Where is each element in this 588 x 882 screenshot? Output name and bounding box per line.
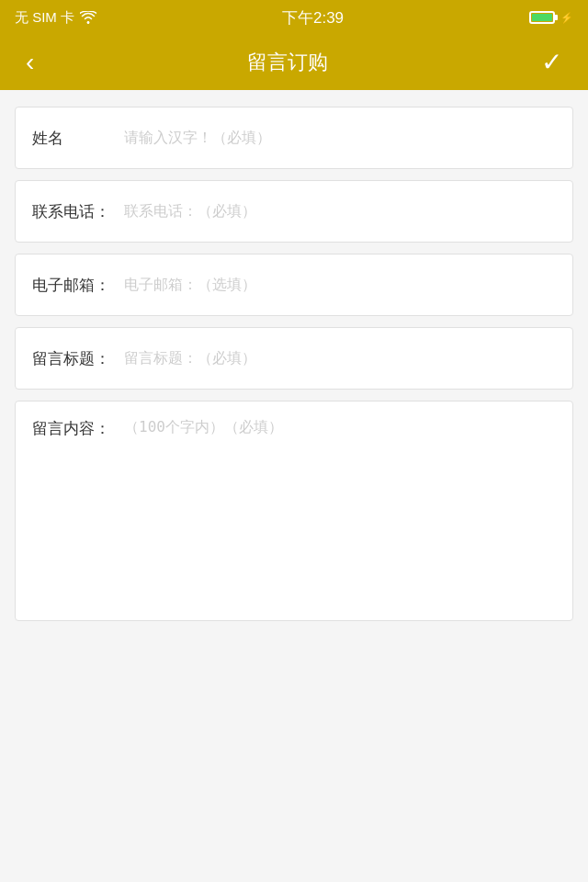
page-title: 留言订购 [247, 49, 328, 76]
content-row: 留言内容： [15, 401, 573, 621]
subject-label: 留言标题： [32, 348, 124, 369]
sim-label: 无 SIM 卡 [15, 9, 74, 27]
email-label: 电子邮箱： [32, 275, 124, 296]
subject-input[interactable] [124, 350, 556, 367]
status-time: 下午2:39 [282, 7, 344, 28]
subject-row: 留言标题： [15, 327, 573, 390]
phone-row: 联系电话： [15, 180, 573, 243]
back-button[interactable]: ‹ [18, 42, 41, 83]
name-label: 姓名 [32, 128, 124, 149]
email-row: 电子邮箱： [15, 254, 573, 316]
form-container: 姓名 联系电话： 电子邮箱： 留言标题： 留言内容： [0, 90, 588, 638]
status-bar: 无 SIM 卡 下午2:39 ⚡ [0, 0, 588, 35]
battery-fill [532, 14, 552, 21]
email-input[interactable] [124, 277, 556, 293]
phone-input[interactable] [124, 203, 556, 220]
nav-bar: ‹ 留言订购 ✓ [0, 35, 588, 90]
name-input[interactable] [124, 130, 556, 146]
confirm-button[interactable]: ✓ [534, 42, 570, 83]
wifi-icon [80, 11, 96, 24]
status-left: 无 SIM 卡 [15, 9, 96, 27]
content-input[interactable] [124, 418, 556, 583]
status-right: ⚡ [529, 11, 573, 24]
content-inner: 留言内容： [32, 418, 556, 583]
battery-icon [529, 11, 555, 24]
content-label: 留言内容： [32, 418, 124, 583]
bolt-icon: ⚡ [560, 12, 573, 24]
name-row: 姓名 [15, 107, 573, 169]
phone-label: 联系电话： [32, 201, 124, 222]
